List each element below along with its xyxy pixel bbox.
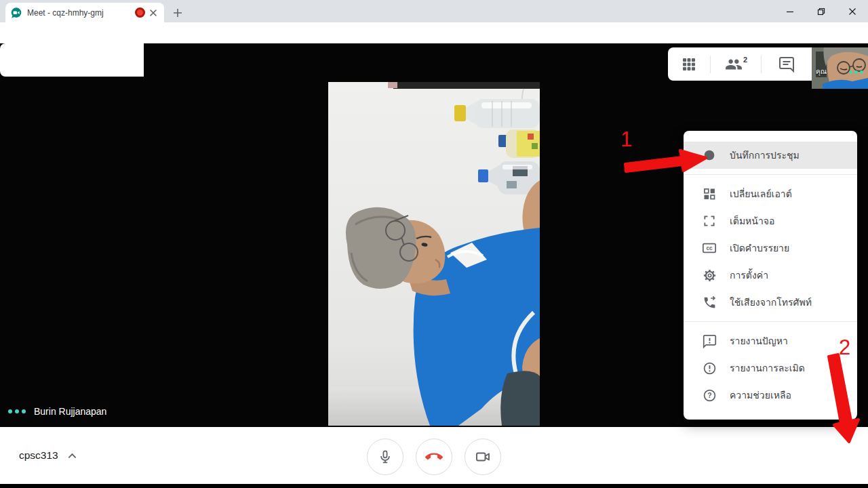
meet-top-bar: 2 [668,47,812,81]
svg-text:?: ? [707,391,711,399]
fullscreen-icon [701,213,717,229]
menu-divider [684,321,857,322]
speaker-label: Burin Rujjanapan [8,405,106,418]
tab-close-icon[interactable] [148,7,159,18]
menu-item-help[interactable]: ? ความช่วยเหลือ [684,382,857,409]
new-tab-button[interactable] [170,5,186,21]
tab-recording-indicator [135,7,145,18]
close-icon [848,7,856,16]
chat-icon [778,56,795,73]
minimize-icon [786,7,794,16]
captions-icon: cc [701,240,717,256]
chat-button[interactable] [762,47,812,81]
leave-call-button[interactable] [416,439,452,475]
meet-favicon-icon [11,7,22,18]
menu-divider [684,174,857,175]
menu-item-captions[interactable]: cc เปิดคำบรรยาย [684,235,857,262]
meeting-details-button[interactable]: cpsc313 [19,427,77,484]
restore-icon [817,7,825,16]
window-restore-button[interactable] [806,0,837,22]
speaker-name: Burin Rujjanapan [34,406,106,417]
window-close-button[interactable] [837,0,868,22]
record-icon [701,147,717,163]
participant-count: 2 [743,56,747,64]
report-abuse-icon [701,360,717,376]
feedback-icon [701,333,717,349]
menu-item-change-layout[interactable]: เปลี่ยนเลย์เอาต์ [684,180,857,207]
menu-item-settings[interactable]: การตั้งค่า [684,262,857,289]
phone-audio-icon [701,294,717,310]
participant-video [328,82,540,426]
window-minimize-button[interactable] [774,0,806,22]
menu-item-phone-audio[interactable]: ใช้เสียงจากโทรศัพท์ [684,289,857,316]
browser-tab[interactable]: Meet - cqz-hmhy-gmj [5,3,164,22]
gear-icon [701,267,717,283]
screen-edge [0,484,868,488]
speaker-audio-indicator-icon [8,409,26,413]
menu-item-fullscreen[interactable]: เต็มหน้าจอ [684,207,857,235]
hangup-icon [425,448,443,466]
layout-icon [701,186,717,202]
help-icon: ? [701,387,717,403]
tab-strip: Meet - cqz-hmhy-gmj [0,0,868,22]
mic-icon [378,449,393,464]
menu-item-record-meeting[interactable]: บันทึกการประชุม [684,142,857,169]
chevron-up-icon [68,453,77,459]
videocam-icon [475,449,491,465]
people-icon [725,56,743,73]
menu-item-report-problem[interactable]: รายงานปัญหา [684,327,857,354]
camera-toggle-button[interactable] [465,439,501,475]
svg-text:cc: cc [706,245,713,251]
meeting-name: cpsc313 [19,449,58,462]
browser-toolbar: meet.google.com/cqz-hmhy-gmj?authuser=0 … [0,22,868,43]
options-menu: บันทึกการประชุม เปลี่ยนเลย์เอาต์ เต็มหน้… [684,131,857,420]
grid-layout-icon [682,57,696,72]
mic-toggle-button[interactable] [367,439,403,475]
plus-icon [173,8,182,18]
self-audio-indicator [849,70,863,74]
tab-title: Meet - cqz-hmhy-gmj [27,8,132,18]
window-controls [774,0,868,22]
menu-item-report-abuse[interactable]: รายงานการละเมิด [684,354,857,382]
participants-button[interactable]: 2 [711,47,761,81]
change-layout-grid-button[interactable] [668,47,710,81]
meeting-bottom-bar: cpsc313 นำเสนอทันที [0,427,868,484]
self-view-label: คุณ [816,66,827,77]
